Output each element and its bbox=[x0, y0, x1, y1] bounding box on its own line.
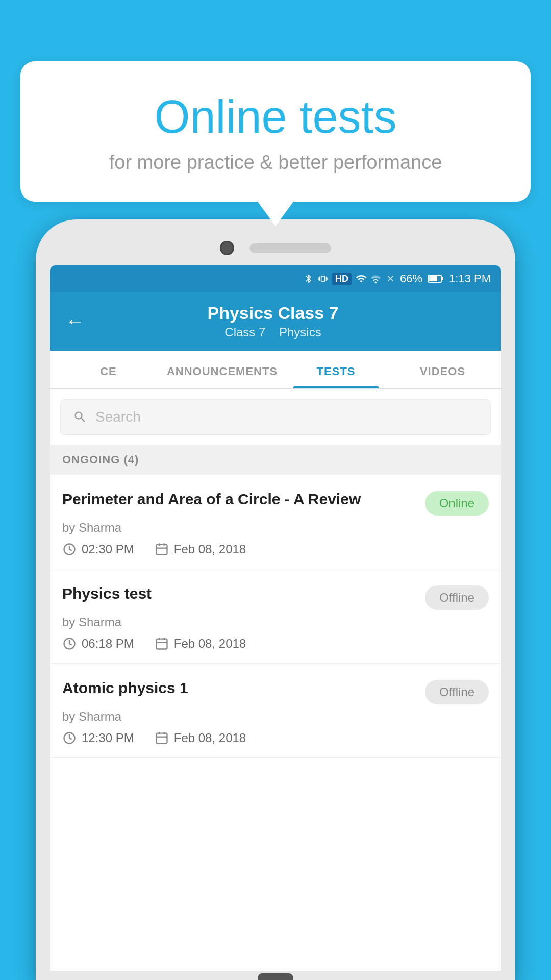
phone-outer: HD ✕ 66% 1:13 PM ← bbox=[36, 219, 515, 980]
svg-rect-10 bbox=[156, 639, 167, 649]
time-display: 1:13 PM bbox=[449, 272, 491, 285]
test-time: 02:30 PM bbox=[62, 542, 134, 556]
test-item[interactable]: Perimeter and Area of a Circle - A Revie… bbox=[50, 475, 501, 569]
search-container: Search bbox=[50, 389, 501, 445]
status-bar: HD ✕ 66% 1:13 PM bbox=[50, 265, 501, 292]
test-badge-offline: Offline bbox=[425, 585, 489, 610]
calendar-icon bbox=[155, 731, 169, 745]
tab-ce[interactable]: CE bbox=[55, 351, 162, 388]
test-meta: 12:30 PM Feb 08, 2018 bbox=[62, 731, 489, 745]
bubble-title: Online tests bbox=[51, 92, 500, 142]
phone-top-hardware bbox=[50, 234, 501, 260]
svg-rect-3 bbox=[429, 276, 437, 281]
search-placeholder[interactable]: Search bbox=[95, 409, 141, 425]
bluetooth-icon bbox=[304, 274, 314, 284]
test-date: Feb 08, 2018 bbox=[155, 731, 246, 745]
phone-speaker bbox=[249, 243, 331, 253]
back-button[interactable]: ← bbox=[65, 310, 85, 332]
phone-screen: HD ✕ 66% 1:13 PM ← bbox=[50, 265, 501, 971]
hd-badge: HD bbox=[332, 273, 352, 285]
status-icons: HD ✕ bbox=[304, 273, 395, 285]
test-list: Perimeter and Area of a Circle - A Revie… bbox=[50, 475, 501, 758]
test-name: Physics test bbox=[62, 583, 425, 604]
speech-bubble: Online tests for more practice & better … bbox=[20, 61, 531, 202]
test-item-top: Perimeter and Area of a Circle - A Revie… bbox=[62, 489, 489, 516]
wifi-icon bbox=[356, 273, 367, 284]
phone-camera bbox=[220, 241, 234, 255]
test-meta: 06:18 PM Feb 08, 2018 bbox=[62, 636, 489, 651]
battery-text: 66% bbox=[400, 272, 422, 285]
clock-icon bbox=[62, 542, 77, 556]
vibrate-icon bbox=[318, 274, 328, 284]
svg-rect-5 bbox=[156, 545, 167, 555]
no-sim-icon: ✕ bbox=[386, 273, 395, 285]
test-date: Feb 08, 2018 bbox=[155, 636, 246, 651]
bubble-subtitle: for more practice & better performance bbox=[51, 152, 500, 174]
phone-home-sensor bbox=[258, 973, 293, 980]
test-meta: 02:30 PM Feb 08, 2018 bbox=[62, 542, 489, 556]
app-header: ← Physics Class 7 Class 7 Physics bbox=[50, 292, 501, 351]
test-name: Perimeter and Area of a Circle - A Revie… bbox=[62, 489, 425, 510]
battery-icon bbox=[428, 274, 444, 283]
test-date: Feb 08, 2018 bbox=[155, 542, 246, 556]
tabs-bar: CE ANNOUNCEMENTS TESTS VIDEOS bbox=[50, 351, 501, 389]
tab-tests[interactable]: TESTS bbox=[283, 351, 389, 388]
search-input-wrap[interactable]: Search bbox=[60, 399, 491, 435]
test-item-top: Atomic physics 1 Offline bbox=[62, 678, 489, 704]
svg-rect-2 bbox=[441, 277, 443, 280]
header-subtitle: Class 7 Physics bbox=[100, 325, 446, 339]
calendar-icon bbox=[155, 636, 169, 651]
test-name: Atomic physics 1 bbox=[62, 678, 425, 699]
header-title-group: Physics Class 7 Class 7 Physics bbox=[100, 303, 446, 339]
promo-section: Online tests for more practice & better … bbox=[20, 61, 531, 202]
signal-icon bbox=[371, 273, 382, 284]
test-by: by Sharma bbox=[62, 709, 489, 724]
svg-point-0 bbox=[374, 282, 377, 284]
clock-icon bbox=[62, 636, 77, 651]
test-time: 12:30 PM bbox=[62, 731, 134, 745]
test-item-top: Physics test Offline bbox=[62, 583, 489, 610]
phone-frame: HD ✕ 66% 1:13 PM ← bbox=[36, 219, 515, 980]
tab-announcements[interactable]: ANNOUNCEMENTS bbox=[162, 351, 283, 388]
svg-rect-15 bbox=[156, 733, 167, 744]
tab-videos[interactable]: VIDEOS bbox=[389, 351, 496, 388]
search-icon bbox=[73, 410, 87, 424]
calendar-icon bbox=[155, 542, 169, 556]
test-item[interactable]: Atomic physics 1 Offline by Sharma 12:30… bbox=[50, 664, 501, 758]
test-by: by Sharma bbox=[62, 521, 489, 535]
clock-icon bbox=[62, 731, 77, 745]
header-title: Physics Class 7 bbox=[100, 303, 446, 323]
test-item[interactable]: Physics test Offline by Sharma 06:18 PM bbox=[50, 569, 501, 664]
test-time: 06:18 PM bbox=[62, 636, 134, 651]
test-badge-offline: Offline bbox=[425, 680, 489, 704]
test-badge-online: Online bbox=[425, 491, 489, 516]
test-by: by Sharma bbox=[62, 615, 489, 629]
ongoing-section-header: ONGOING (4) bbox=[50, 445, 501, 475]
